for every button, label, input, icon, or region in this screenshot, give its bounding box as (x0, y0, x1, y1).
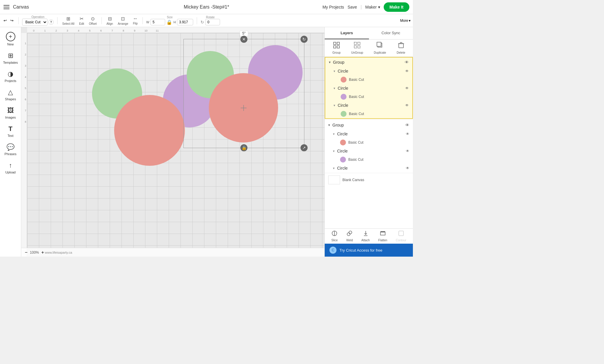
canvas-layer-item[interactable]: Blank Canvas (325, 174, 413, 186)
select-all-label: Select All (62, 22, 74, 25)
layer-circle-5[interactable]: ▾ Circle 👁 (325, 147, 413, 155)
height-input[interactable] (177, 19, 193, 25)
undo-button[interactable]: ↩ (2, 17, 8, 24)
slice-button[interactable]: Slice (331, 230, 338, 242)
svg-rect-6 (354, 42, 357, 45)
circle2-operation: Basic Cut (349, 95, 364, 99)
attach-button[interactable]: Attach (361, 230, 370, 242)
my-projects-button[interactable]: My Projects (322, 5, 344, 9)
flip-label: Flip (133, 22, 138, 25)
align-group[interactable]: ⊟ Align (105, 15, 114, 26)
crosshair (241, 105, 247, 111)
layer-circle-3[interactable]: ▾ Circle 👁 (325, 101, 412, 109)
layer-circle-6[interactable]: ▾ Circle 👁 (325, 164, 413, 172)
save-button[interactable]: Save (348, 5, 357, 9)
delete-button[interactable]: Delete (397, 42, 405, 54)
sidebar-item-templates[interactable]: ⊞ Templates (1, 50, 20, 67)
ungroup-button[interactable]: UnGroup (351, 42, 363, 54)
toolbar-sep-5 (197, 17, 197, 24)
group2-eye-icon[interactable]: 👁 (405, 123, 409, 127)
contour-button[interactable]: Contour (396, 230, 406, 242)
layer-group-2-header[interactable]: ▾ Group 👁 (325, 120, 413, 130)
svg-rect-8 (354, 46, 357, 48)
layer-circle-3-sub: Basic Cut (325, 109, 412, 118)
svg-rect-22 (380, 232, 385, 235)
circle5-eye-icon[interactable]: 👁 (406, 149, 409, 153)
offset-group[interactable]: ⊙ Offset (88, 15, 98, 26)
ungroup-icon (354, 42, 360, 50)
tab-layers[interactable]: Layers (325, 27, 369, 39)
circle1-eye-icon[interactable]: 👁 (405, 69, 409, 73)
layer-circle-1[interactable]: ▾ Circle 👁 (325, 67, 412, 75)
circle5-operation: Basic Cut (348, 158, 363, 162)
maker-button[interactable]: Maker ▾ (365, 5, 380, 9)
rotate-input[interactable] (205, 19, 220, 25)
sidebar-item-projects[interactable]: ◑ Projects (1, 68, 20, 85)
circle3-operation: Basic Cut (349, 112, 364, 116)
cricut-access-banner[interactable]: C Try Cricut Access for free (325, 244, 413, 257)
circle2-eye-icon[interactable]: 👁 (405, 86, 409, 90)
sidebar-templates-label: Templates (3, 61, 18, 64)
circle3-eye-icon[interactable]: 👁 (405, 103, 409, 107)
delete-label: Delete (397, 51, 405, 54)
tab-color-sync[interactable]: Color Sync (369, 27, 413, 39)
redo-button[interactable]: ↪ (9, 17, 15, 24)
group1-eye-icon[interactable]: 👁 (405, 60, 409, 65)
canvas-area[interactable]: 0 1 2 3 4 5 6 7 8 9 10 11 1 2 3 4 5 6 7 … (21, 27, 324, 257)
weld-button[interactable]: Weld (346, 230, 353, 242)
sidebar-item-phrases[interactable]: 💬 Phrases (1, 141, 20, 158)
attach-label: Attach (361, 239, 370, 242)
panel-actions: Group UnGroup Duplicate Delete (325, 40, 413, 57)
circle4-eye-icon[interactable]: 👁 (406, 132, 409, 136)
sidebar-item-upload[interactable]: ↑ Upload (1, 159, 20, 176)
size-label: Size (167, 16, 173, 19)
lock-aspect-button[interactable]: 🔒 (166, 19, 172, 25)
svg-point-20 (349, 231, 352, 234)
canvas-content[interactable]: 5" ✕ ↻ 🔒 ↗ (27, 33, 324, 248)
rotate-handle[interactable]: ↻ (301, 36, 308, 43)
w-label: W (146, 20, 149, 24)
svg-rect-4 (334, 46, 336, 48)
align-label: Align (106, 22, 113, 25)
sidebar-item-images[interactable]: 🖼 Images (1, 104, 20, 122)
operation-help-button[interactable]: ? (48, 19, 54, 25)
sidebar-item-text[interactable]: T Text (1, 123, 20, 140)
circle6-eye-icon[interactable]: 👁 (406, 166, 409, 170)
duplicate-button[interactable]: Duplicate (374, 42, 386, 54)
left-circle-pink (114, 95, 185, 166)
ungroup-label: UnGroup (351, 51, 363, 54)
resize-handle[interactable]: ↗ (301, 144, 308, 151)
flatten-button[interactable]: Flatten (378, 230, 388, 242)
zoom-out-button[interactable]: − (25, 250, 27, 255)
circle2-label: Circle (338, 86, 403, 91)
sidebar-item-shapes[interactable]: △ Shapes (1, 86, 20, 103)
more-button[interactable]: More ▾ (400, 19, 411, 23)
flip-group[interactable]: ↔ Flip (132, 15, 139, 26)
select-all-group[interactable]: ⊞ Select All (61, 15, 76, 26)
zoom-in-button[interactable]: + (41, 250, 44, 255)
layer-circle-2[interactable]: ▾ Circle 👁 (325, 84, 412, 92)
layer-circle-4[interactable]: ▾ Circle 👁 (325, 130, 413, 138)
operation-select[interactable]: Basic Cut (22, 19, 47, 26)
selection-box[interactable]: 5" ✕ ↻ 🔒 ↗ (183, 39, 304, 148)
right-circle-pink (209, 73, 278, 142)
circle1-chevron-icon: ▾ (334, 69, 335, 73)
delete-icon (398, 42, 404, 50)
edit-group[interactable]: ✂ Edit (78, 15, 85, 26)
layer-group-2: ▾ Group 👁 ▾ Circle 👁 Basic Cut ▾ C (325, 120, 413, 172)
close-handle[interactable]: ✕ (240, 36, 247, 43)
sidebar-item-new[interactable]: + New (1, 29, 20, 48)
circle4-operation: Basic Cut (348, 140, 363, 145)
flatten-icon (380, 230, 386, 238)
attach-icon (363, 230, 369, 238)
circle3-color-dot (341, 111, 347, 117)
make-it-button[interactable]: Make It (384, 2, 409, 12)
width-input[interactable] (150, 19, 165, 25)
group-button[interactable]: Group (332, 42, 341, 54)
svg-rect-7 (358, 42, 360, 45)
arrange-group[interactable]: ⊡ Arrange (116, 15, 129, 26)
group-label: Group (332, 51, 341, 54)
layer-group-1-header[interactable]: ▾ Group 👁 (325, 58, 412, 67)
lock-handle[interactable]: 🔒 (240, 144, 247, 151)
hamburger-menu[interactable] (4, 5, 9, 9)
